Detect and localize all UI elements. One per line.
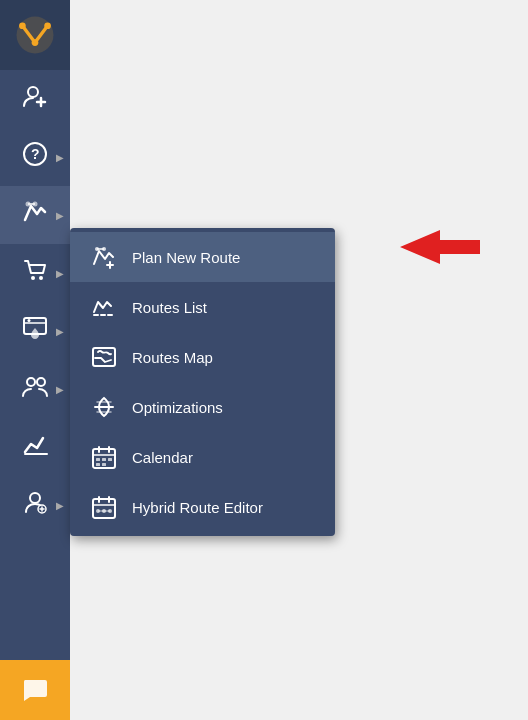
arrow-indicator	[350, 222, 490, 276]
svg-point-14	[39, 276, 43, 280]
submenu-item-routes-list[interactable]: Routes List	[70, 282, 335, 332]
help-chevron: ▶	[56, 152, 64, 163]
optimizations-label: Optimizations	[132, 399, 223, 416]
submenu-item-routes-map[interactable]: Routes Map	[70, 332, 335, 382]
location-chevron: ▶	[56, 326, 64, 337]
svg-point-3	[19, 22, 26, 29]
sidebar-item-settings-user[interactable]: ▶	[0, 476, 70, 534]
svg-point-18	[27, 378, 35, 386]
cart-chevron: ▶	[56, 268, 64, 279]
sidebar-logo[interactable]	[0, 0, 70, 70]
submenu-item-hybrid-route-editor[interactable]: Hybrid Route Editor	[70, 482, 335, 532]
sidebar-item-help[interactable]: ? ▶	[0, 128, 70, 186]
plan-new-route-label: Plan New Route	[132, 249, 240, 266]
calendar-label: Calendar	[132, 449, 193, 466]
sidebar-item-cart[interactable]: ▶	[0, 244, 70, 302]
routes-list-label: Routes List	[132, 299, 207, 316]
svg-point-22	[30, 493, 40, 503]
team-icon	[21, 372, 49, 406]
add-user-icon	[21, 82, 49, 116]
routes-map-label: Routes Map	[132, 349, 213, 366]
svg-marker-51	[400, 230, 480, 264]
sidebar-item-add-user[interactable]	[0, 70, 70, 128]
cart-icon	[21, 256, 49, 290]
plan-route-icon	[88, 244, 120, 270]
svg-point-17	[28, 319, 31, 322]
analytics-icon	[21, 430, 49, 464]
routes-submenu: Plan New Route Routes List Routes Map	[70, 228, 335, 536]
submenu-item-plan-new-route[interactable]: Plan New Route	[70, 232, 335, 282]
routes-icon	[21, 198, 49, 232]
calendar-icon	[88, 444, 120, 470]
svg-rect-41	[96, 463, 100, 466]
chat-button[interactable]	[0, 660, 70, 720]
optimizations-icon	[88, 394, 120, 420]
hybrid-route-editor-label: Hybrid Route Editor	[132, 499, 263, 516]
settings-user-icon	[21, 488, 49, 522]
hybrid-route-icon	[88, 494, 120, 520]
submenu-item-optimizations[interactable]: Optimizations	[70, 382, 335, 432]
svg-rect-38	[96, 458, 100, 461]
svg-rect-42	[102, 463, 106, 466]
settings-user-chevron: ▶	[56, 500, 64, 511]
svg-rect-43	[93, 499, 115, 518]
svg-point-6	[28, 87, 38, 97]
svg-point-0	[17, 17, 54, 54]
sidebar: ? ▶ ▶ ▶	[0, 0, 70, 720]
svg-point-13	[31, 276, 35, 280]
svg-point-5	[32, 39, 39, 46]
svg-rect-33	[93, 348, 115, 366]
svg-rect-39	[102, 458, 106, 461]
routes-list-icon	[88, 294, 120, 320]
svg-point-4	[44, 22, 51, 29]
sidebar-item-routes[interactable]: ▶	[0, 186, 70, 244]
location-icon	[21, 314, 49, 348]
sidebar-item-location[interactable]: ▶	[0, 302, 70, 360]
team-chevron: ▶	[56, 384, 64, 395]
sidebar-item-analytics[interactable]	[0, 418, 70, 476]
sidebar-item-team[interactable]: ▶	[0, 360, 70, 418]
svg-text:?: ?	[31, 146, 40, 162]
svg-point-19	[37, 378, 45, 386]
svg-rect-40	[108, 458, 112, 461]
routes-chevron: ▶	[56, 210, 64, 221]
submenu-item-calendar[interactable]: Calendar	[70, 432, 335, 482]
routes-map-icon	[88, 344, 120, 370]
help-icon: ?	[22, 141, 48, 173]
